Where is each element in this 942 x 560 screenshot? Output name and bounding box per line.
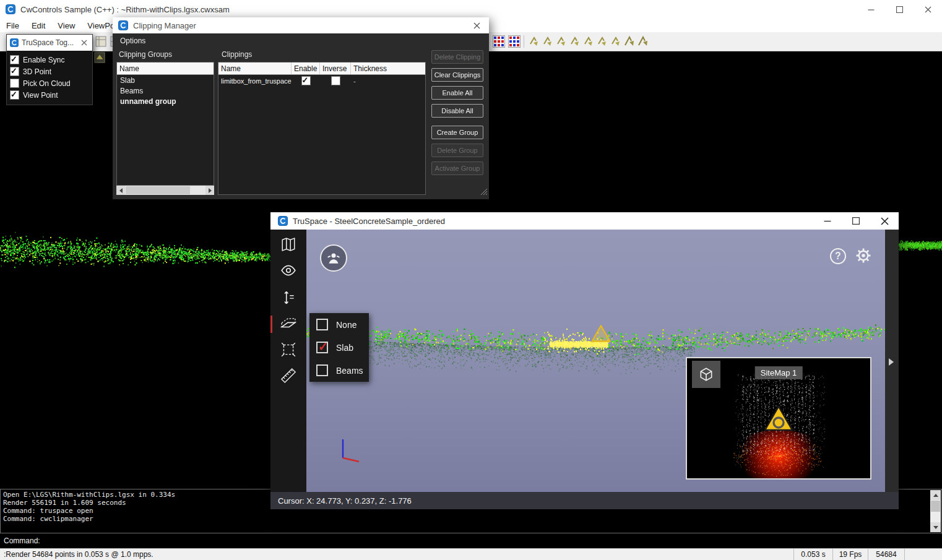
clear-clippings-button[interactable]: Clear Clippings bbox=[431, 68, 483, 82]
clipping-row-limitbox[interactable]: limitbox_from_truspace - bbox=[218, 75, 425, 87]
clippings-table-header: Name Enable Inverse Thickness bbox=[218, 62, 425, 75]
clippings-table[interactable]: Name Enable Inverse Thickness limitbox_f… bbox=[218, 62, 426, 195]
minimize-button[interactable] bbox=[813, 212, 842, 230]
command-row[interactable]: Command: bbox=[0, 533, 942, 548]
toolbar-pointgrid-red-icon[interactable] bbox=[492, 35, 506, 48]
sitemap-cube-button[interactable] bbox=[692, 361, 720, 388]
toggle-pick-on-cloud[interactable]: Pick On Cloud bbox=[7, 77, 92, 89]
panorama-view-button[interactable] bbox=[320, 244, 347, 272]
toolbar-tool-icon-7[interactable] bbox=[609, 35, 623, 48]
menu-file[interactable]: File bbox=[0, 19, 25, 32]
toggle-label: Pick On Cloud bbox=[23, 79, 71, 88]
app-logo-icon bbox=[10, 38, 19, 47]
sitemap-panel[interactable]: SiteMap 1 bbox=[686, 357, 871, 480]
command-label: Command: bbox=[0, 536, 40, 545]
truspace-3d-viewport[interactable]: ? None Slab Beams bbox=[306, 230, 885, 492]
create-group-button[interactable]: Create Group bbox=[431, 126, 483, 139]
clip-option-none[interactable]: None bbox=[309, 313, 369, 336]
viewpoint-marker-icon[interactable] bbox=[591, 325, 611, 345]
toolbar-cube-icon[interactable] bbox=[94, 35, 108, 48]
checkbox-checked-icon[interactable] bbox=[10, 67, 19, 76]
eye-icon[interactable] bbox=[280, 262, 296, 278]
limit-box-icon[interactable] bbox=[280, 342, 296, 358]
scroll-left-icon[interactable] bbox=[116, 186, 125, 195]
toolbar-tool-icon-3[interactable] bbox=[555, 35, 568, 48]
disable-all-button[interactable]: Disable All bbox=[431, 104, 483, 118]
scroll-right-icon[interactable] bbox=[205, 186, 214, 195]
group-item-unnamed[interactable]: unnamed group bbox=[117, 96, 214, 106]
checkbox-unchecked-icon[interactable] bbox=[10, 79, 19, 88]
clipping-manager-titlebar[interactable]: Clipping Manager bbox=[113, 17, 489, 33]
maximize-button[interactable] bbox=[842, 212, 870, 230]
close-button[interactable] bbox=[870, 212, 899, 230]
minimize-button[interactable] bbox=[857, 0, 885, 19]
delete-group-button[interactable]: Delete Group bbox=[431, 144, 483, 157]
toolbar-tool-icon-5[interactable] bbox=[582, 35, 595, 48]
clipping-plane-icon[interactable] bbox=[280, 316, 296, 332]
scroll-thumb[interactable] bbox=[931, 501, 940, 512]
main-titlebar[interactable]: CwControls Sample (C++) : ~Rithm-withCli… bbox=[0, 0, 942, 19]
scroll-thumb[interactable] bbox=[126, 186, 190, 194]
checkbox-checked-icon[interactable] bbox=[10, 55, 19, 64]
inverse-checkbox-unchecked-icon[interactable] bbox=[331, 76, 340, 85]
sitemap-map-icon[interactable] bbox=[280, 236, 296, 252]
toggle-3d-point[interactable]: 3D Point bbox=[7, 66, 92, 77]
scroll-up-icon[interactable] bbox=[930, 490, 941, 500]
col-name[interactable]: Name bbox=[218, 62, 292, 74]
close-icon[interactable] bbox=[76, 35, 92, 51]
groups-header[interactable]: Name bbox=[117, 62, 214, 75]
maximize-button[interactable] bbox=[885, 0, 914, 19]
truspace-sidebar bbox=[270, 230, 306, 492]
toggle-label: 3D Point bbox=[23, 67, 51, 76]
toolbar-tool-icon-4[interactable] bbox=[568, 35, 582, 48]
checkbox-checked-icon[interactable] bbox=[316, 342, 328, 353]
toolbar-tool-icon-8[interactable] bbox=[623, 35, 636, 48]
toggles-titlebar[interactable]: TruSpace Tog... bbox=[7, 35, 92, 51]
toggle-enable-sync[interactable]: Enable Sync bbox=[7, 54, 92, 66]
toolbar-tool-icon-9[interactable] bbox=[636, 35, 650, 48]
checkbox-unchecked-icon[interactable] bbox=[316, 364, 328, 376]
close-icon[interactable] bbox=[464, 17, 489, 33]
col-thickness[interactable]: Thickness bbox=[351, 62, 425, 74]
scroll-down-icon[interactable] bbox=[930, 522, 941, 532]
col-inverse[interactable]: Inverse bbox=[320, 62, 351, 74]
toolbar-pointgrid-blue-icon[interactable] bbox=[508, 35, 521, 48]
viewport-side-strip[interactable] bbox=[885, 230, 899, 492]
checkbox-unchecked-icon[interactable] bbox=[316, 319, 328, 330]
settings-gear-button[interactable] bbox=[853, 246, 873, 265]
activate-group-button[interactable]: Activate Group bbox=[431, 162, 483, 175]
col-enable[interactable]: Enable bbox=[292, 62, 320, 74]
orientation-axes-icon bbox=[337, 437, 362, 467]
toggle-view-point[interactable]: View Point bbox=[7, 89, 92, 101]
enable-all-button[interactable]: Enable All bbox=[431, 86, 483, 100]
groups-hscrollbar[interactable] bbox=[116, 186, 214, 195]
enable-checkbox-checked-icon[interactable] bbox=[301, 76, 311, 85]
delete-clipping-button[interactable]: Delete Clipping bbox=[431, 50, 483, 64]
log-scrollbar[interactable] bbox=[930, 490, 941, 532]
help-button[interactable]: ? bbox=[830, 248, 846, 264]
close-button[interactable] bbox=[914, 0, 942, 19]
clipping-popup-menu: None Slab Beams bbox=[309, 313, 369, 382]
menu-edit[interactable]: Edit bbox=[25, 19, 51, 32]
elevation-icon[interactable] bbox=[280, 290, 296, 306]
toolbar-tool-icon-6[interactable] bbox=[595, 35, 609, 48]
expand-arrow-icon[interactable] bbox=[889, 358, 894, 366]
clip-option-slab[interactable]: Slab bbox=[309, 336, 369, 359]
sitemap-viewpoint-marker-icon[interactable] bbox=[764, 405, 793, 434]
toolbar-extra-icon[interactable] bbox=[94, 52, 105, 66]
resize-grip-icon[interactable] bbox=[480, 187, 488, 198]
options-menu[interactable]: Options bbox=[120, 37, 145, 45]
group-item-slab[interactable]: Slab bbox=[117, 75, 214, 85]
measure-ruler-icon[interactable] bbox=[280, 368, 296, 384]
menu-view[interactable]: View bbox=[51, 19, 81, 32]
app-logo-icon bbox=[118, 20, 128, 30]
checkbox-checked-icon[interactable] bbox=[10, 90, 19, 100]
clipping-groups-list[interactable]: Name Slab Beams unnamed group bbox=[116, 62, 214, 186]
toolbar-tool-icon-2[interactable] bbox=[541, 35, 555, 48]
truspace-titlebar[interactable]: TruSpace - SteelConcreteSample_ordered bbox=[270, 212, 899, 230]
group-item-beams[interactable]: Beams bbox=[117, 85, 214, 96]
main-statusbar: :Render 54684 points in 0.053 s @ 1.0 mp… bbox=[0, 548, 942, 560]
clip-option-beams[interactable]: Beams bbox=[309, 359, 369, 382]
toolbar-tool-icon-1[interactable] bbox=[527, 35, 541, 48]
status-fps: 19 Fps bbox=[832, 549, 868, 560]
